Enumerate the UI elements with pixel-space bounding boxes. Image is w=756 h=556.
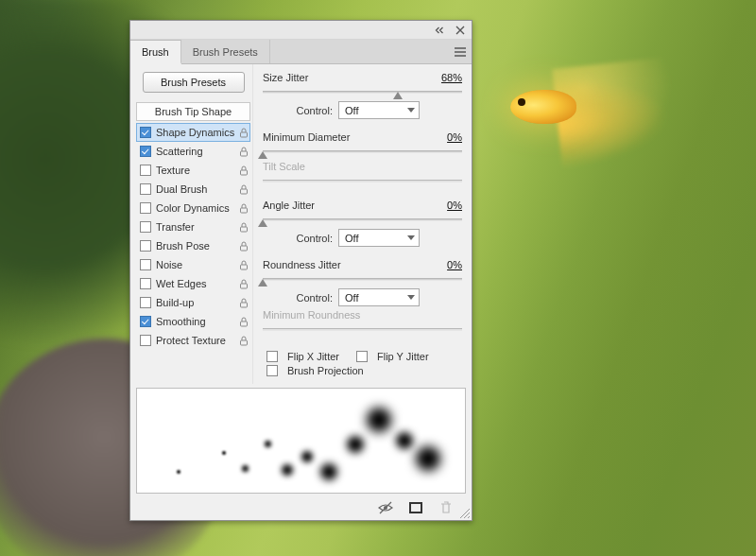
option-protect-texture[interactable]: Protect Texture [136, 331, 250, 350]
option-transfer[interactable]: Transfer [136, 217, 250, 236]
option-build-up[interactable]: Build-up [136, 293, 250, 312]
brush-tip-shape-row[interactable]: Brush Tip Shape [136, 102, 250, 121]
lock-icon[interactable] [238, 278, 249, 289]
svg-rect-5 [241, 227, 248, 232]
angle-jitter-control-select[interactable]: Off [338, 229, 420, 247]
checkbox-icon[interactable] [140, 259, 151, 270]
option-label: Dual Brush [156, 183, 236, 195]
lock-icon[interactable] [238, 202, 249, 214]
options-column: Brush Presets Brush Tip Shape Shape Dyna… [130, 64, 253, 384]
roundness-jitter-value[interactable]: 0% [421, 259, 462, 270]
svg-rect-4 [241, 208, 248, 213]
panel-header [130, 21, 472, 40]
brush-preview [136, 388, 466, 494]
panel-flyout-menu-icon[interactable] [449, 40, 472, 63]
flip-x-jitter-label: Flip X Jitter [287, 351, 339, 362]
checkbox-icon[interactable] [140, 278, 151, 289]
roundness-jitter-label: Roundness Jitter [263, 259, 421, 270]
checkbox-icon [356, 351, 368, 362]
flip-y-jitter-checkbox[interactable]: Flip Y Jitter [356, 351, 429, 362]
option-label: Build-up [156, 297, 236, 308]
brush-panel: Brush Brush Presets Brush Presets Brush … [129, 20, 472, 521]
roundness-jitter-control-label: Control: [263, 292, 333, 304]
option-label: Texture [156, 165, 236, 176]
option-label: Transfer [156, 221, 236, 233]
checkbox-icon[interactable] [140, 183, 151, 195]
option-label: Scattering [156, 146, 236, 157]
option-wet-edges[interactable]: Wet Edges [136, 274, 250, 293]
lock-icon[interactable] [238, 316, 249, 327]
angle-jitter-value[interactable]: 0% [421, 200, 462, 211]
checkbox-icon[interactable] [140, 316, 151, 327]
lock-icon[interactable] [238, 335, 249, 346]
svg-rect-15 [411, 504, 421, 512]
option-dual-brush[interactable]: Dual Brush [136, 180, 250, 199]
checkbox-icon[interactable] [140, 335, 151, 346]
brush-projection-checkbox[interactable]: Brush Projection [266, 365, 364, 376]
size-jitter-label: Size Jitter [263, 72, 421, 83]
angle-jitter-slider[interactable] [263, 214, 462, 227]
angle-jitter-control-label: Control: [263, 233, 333, 244]
resize-grip-icon[interactable] [460, 509, 470, 518]
checkbox-icon[interactable] [140, 297, 151, 308]
brush-projection-label: Brush Projection [287, 365, 364, 376]
checkbox-icon[interactable] [140, 127, 151, 138]
tab-row: Brush Brush Presets [130, 40, 472, 64]
svg-rect-0 [241, 132, 248, 137]
settings-column: Size Jitter 68% Control: Off Minimum Dia… [253, 64, 472, 384]
brush-presets-button[interactable]: Brush Presets [143, 72, 245, 93]
checkbox-icon[interactable] [140, 240, 151, 252]
roundness-jitter-control-select[interactable]: Off [338, 288, 420, 306]
lock-icon[interactable] [238, 183, 249, 195]
option-brush-pose[interactable]: Brush Pose [136, 236, 250, 255]
minimum-diameter-value[interactable]: 0% [421, 131, 462, 143]
size-jitter-control-select[interactable]: Off [338, 101, 420, 119]
option-texture[interactable]: Texture [136, 161, 250, 180]
option-label: Wet Edges [156, 278, 236, 289]
lock-icon[interactable] [238, 259, 249, 270]
background-fish [454, 38, 680, 208]
collapse-icon[interactable] [434, 25, 445, 36]
flip-x-jitter-checkbox[interactable]: Flip X Jitter [266, 351, 339, 362]
svg-rect-7 [241, 265, 248, 269]
panel-body: Brush Presets Brush Tip Shape Shape Dyna… [130, 64, 472, 384]
size-jitter-control-label: Control: [263, 105, 333, 116]
option-smoothing[interactable]: Smoothing [136, 312, 250, 331]
roundness-jitter-slider[interactable] [263, 273, 462, 287]
checkbox-icon[interactable] [140, 165, 151, 176]
checkbox-icon [266, 351, 278, 362]
tab-brush[interactable]: Brush [130, 40, 181, 64]
checkbox-icon[interactable] [140, 221, 151, 233]
option-noise[interactable]: Noise [136, 255, 250, 274]
delete-brush-icon [438, 500, 455, 515]
svg-rect-6 [241, 246, 248, 251]
svg-rect-11 [241, 340, 248, 345]
lock-icon[interactable] [238, 240, 249, 252]
option-scattering[interactable]: Scattering [136, 142, 250, 161]
option-label: Noise [156, 259, 236, 270]
checkbox-icon[interactable] [140, 146, 151, 157]
minimum-diameter-slider[interactable] [263, 146, 462, 159]
flip-y-jitter-label: Flip Y Jitter [377, 351, 429, 362]
checkbox-icon[interactable] [140, 202, 151, 214]
angle-jitter-label: Angle Jitter [263, 200, 421, 211]
lock-icon[interactable] [238, 127, 249, 138]
new-brush-icon[interactable] [407, 500, 424, 515]
lock-icon[interactable] [238, 297, 249, 308]
option-shape-dynamics[interactable]: Shape Dynamics [136, 123, 250, 142]
lock-icon[interactable] [238, 165, 249, 176]
option-label: Color Dynamics [156, 202, 236, 214]
size-jitter-value[interactable]: 68% [421, 72, 462, 83]
option-label: Protect Texture [156, 335, 236, 346]
size-jitter-slider[interactable] [263, 86, 462, 99]
option-color-dynamics[interactable]: Color Dynamics [136, 199, 250, 217]
lock-icon[interactable] [238, 146, 249, 157]
minimum-roundness-slider [263, 323, 462, 337]
tab-brush-presets[interactable]: Brush Presets [181, 40, 270, 63]
tilt-scale-slider [263, 175, 462, 188]
minimum-roundness-label: Minimum Roundness [263, 309, 462, 321]
close-icon[interactable] [455, 25, 466, 36]
toggle-preview-icon[interactable] [377, 500, 394, 515]
svg-rect-1 [241, 151, 248, 156]
lock-icon[interactable] [238, 221, 249, 233]
